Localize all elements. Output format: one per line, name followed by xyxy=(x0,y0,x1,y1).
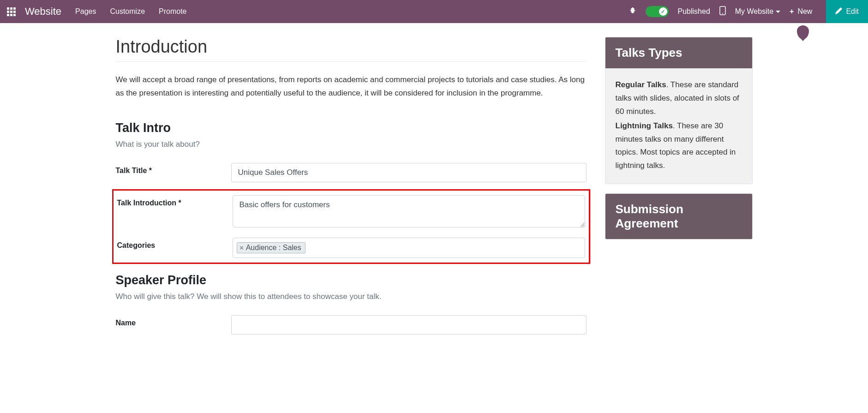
my-website-label: My Website xyxy=(735,7,773,16)
check-icon: ✓ xyxy=(659,7,667,16)
talk-title-input[interactable] xyxy=(231,163,587,182)
apps-icon[interactable] xyxy=(7,7,16,16)
new-label: New xyxy=(797,7,812,16)
main-column: Introduction We will accept a broad rang… xyxy=(116,37,587,344)
svg-point-1 xyxy=(722,13,723,14)
chevron-down-icon xyxy=(776,11,780,13)
content-wrapper: Introduction We will accept a broad rang… xyxy=(111,23,757,344)
lightning-talks-label: Lightning Talks xyxy=(616,121,673,130)
talks-types-card: Talks Types Regular Talks. These are sta… xyxy=(605,37,753,184)
tag-label: Audience : Sales xyxy=(246,244,301,252)
sidebar-column: Talks Types Regular Talks. These are sta… xyxy=(605,37,753,344)
speaker-name-input[interactable] xyxy=(231,315,587,335)
edit-button[interactable]: Edit xyxy=(826,0,868,23)
edit-label: Edit xyxy=(846,7,859,16)
talk-title-label: Talk Title * xyxy=(116,163,231,175)
talk-intro-subtitle: What is your talk about? xyxy=(116,140,587,149)
page-title: Introduction xyxy=(116,37,587,62)
published-toggle[interactable]: ✓ xyxy=(646,6,669,17)
regular-talks-label: Regular Talks xyxy=(616,80,666,89)
my-website-dropdown[interactable]: My Website xyxy=(735,7,780,16)
pencil-icon xyxy=(835,7,842,16)
talk-introduction-label: Talk Introduction * xyxy=(117,195,233,207)
new-button[interactable]: + New xyxy=(790,7,812,16)
submission-header: Submission Agreement xyxy=(605,194,752,239)
talk-title-row: Talk Title * xyxy=(116,163,587,182)
brand-title[interactable]: Website xyxy=(25,6,61,18)
categories-row: Categories × Audience : Sales xyxy=(116,238,587,258)
navbar-left: Website Pages Customize Promote xyxy=(7,6,629,18)
nav-pages[interactable]: Pages xyxy=(75,7,96,16)
talks-types-header: Talks Types xyxy=(605,37,752,68)
speaker-profile-subtitle: Who will give this talk? We will show th… xyxy=(116,292,587,301)
highlight-box: Talk Introduction * Categories × Audienc… xyxy=(112,189,590,264)
bug-icon[interactable] xyxy=(629,7,636,16)
category-tag: × Audience : Sales xyxy=(237,242,305,253)
submission-card: Submission Agreement xyxy=(605,193,753,239)
speaker-name-row: Name xyxy=(116,315,587,335)
drop-indicator-icon xyxy=(797,25,809,39)
categories-input[interactable]: × Audience : Sales xyxy=(233,238,585,258)
speaker-profile-title: Speaker Profile xyxy=(116,273,587,287)
talk-introduction-input[interactable] xyxy=(233,195,585,227)
intro-text: We will accept a broad range of presenta… xyxy=(116,73,587,100)
nav-customize[interactable]: Customize xyxy=(110,7,145,16)
top-navbar: Website Pages Customize Promote ✓ Publis… xyxy=(0,0,868,23)
plus-icon: + xyxy=(790,7,794,16)
talk-intro-title: Talk Intro xyxy=(116,121,587,135)
mobile-icon[interactable] xyxy=(719,6,726,17)
published-label: Published xyxy=(678,7,710,16)
nav-promote[interactable]: Promote xyxy=(159,7,186,16)
talk-introduction-row: Talk Introduction * xyxy=(116,195,587,229)
tag-remove-icon[interactable]: × xyxy=(240,244,244,251)
navbar-right: ✓ Published My Website + New Edit xyxy=(629,0,862,23)
speaker-name-label: Name xyxy=(116,315,231,327)
categories-label: Categories xyxy=(117,238,233,250)
talks-types-body: Regular Talks. These are standard talks … xyxy=(605,68,752,184)
